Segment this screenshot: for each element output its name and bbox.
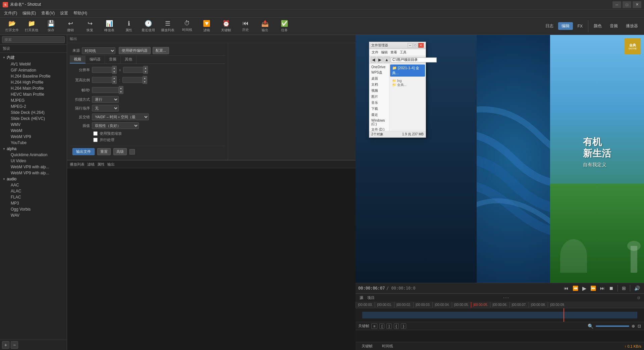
fps-down[interactable]: ▼ xyxy=(119,90,123,94)
panel-resize-handle[interactable]: ⊡ xyxy=(637,296,640,300)
fb-music[interactable]: 音乐 xyxy=(370,100,388,106)
output-file-button[interactable]: 输出文件 xyxy=(72,148,95,155)
item-webm[interactable]: WebM xyxy=(8,128,67,134)
tab-other[interactable]: 其他 xyxy=(121,56,137,63)
fb-up-btn[interactable]: ▲ xyxy=(383,57,390,63)
go-start-button[interactable]: ⏮ xyxy=(562,285,570,292)
loop-button[interactable]: ⏹ xyxy=(607,285,615,292)
res-w-up[interactable]: ▲ xyxy=(112,66,116,70)
interleave-select[interactable]: 无 xyxy=(92,105,119,112)
interpolation-select[interactable]: 双线性（良好） xyxy=(92,122,139,129)
item-alac[interactable]: ALAC xyxy=(8,188,67,194)
item-webm-vp9[interactable]: WebM VP9 xyxy=(8,134,67,140)
fb-back-btn[interactable]: ◀ xyxy=(371,57,376,63)
item-hevc-main[interactable]: HEVC Main Profile xyxy=(8,91,67,97)
res-h-up[interactable]: ▲ xyxy=(143,66,148,70)
tab-video[interactable]: 视频 xyxy=(70,56,86,63)
item-av1-webm[interactable]: AV1 WebM xyxy=(8,61,67,67)
resolution-w-input[interactable]: 2092 xyxy=(92,67,112,73)
filters-tab[interactable]: 滤镜 xyxy=(87,162,95,167)
item-aac[interactable]: AAC xyxy=(8,182,67,188)
item-wav[interactable]: WAV xyxy=(8,212,67,218)
asp-h-up[interactable]: ▲ xyxy=(143,76,147,80)
playlist-tab[interactable]: 播放列表 xyxy=(70,162,85,167)
parallel-checkbox[interactable] xyxy=(93,138,98,142)
history-button[interactable]: ⏮ 历史 xyxy=(236,18,255,34)
asp-h-down[interactable]: ▼ xyxy=(143,80,147,84)
play-button[interactable]: ▶ xyxy=(581,285,588,292)
peak-meter-button[interactable]: 📊 峰值表 xyxy=(100,18,119,34)
builtin-group[interactable]: ▼ 内建 xyxy=(0,54,67,61)
tasks-button[interactable]: ✅ 任务 xyxy=(275,18,294,34)
kf-next-btn[interactable]: } xyxy=(401,323,406,329)
source-select[interactable]: 时间线 xyxy=(82,47,115,54)
fb-menu-tools[interactable]: 工具 xyxy=(399,50,408,55)
log-button[interactable]: 日志 xyxy=(542,22,557,30)
properties-button[interactable]: ℹ 属性 xyxy=(119,18,138,34)
item-gif[interactable]: GIF Animation xyxy=(8,67,67,73)
track-clip[interactable] xyxy=(362,312,637,318)
fb-forward-btn[interactable]: ▶ xyxy=(377,57,383,63)
output-tab[interactable]: 输出 xyxy=(107,162,115,167)
fast-forward-button[interactable]: ⏩ xyxy=(589,285,597,292)
tab-audio[interactable]: 音频 xyxy=(105,56,121,63)
item-h264-baseline[interactable]: H.264 Baseline Profile xyxy=(8,73,67,79)
fb-docs[interactable]: 文档 xyxy=(370,82,388,88)
item-youtube[interactable]: YouTube xyxy=(8,140,67,146)
fb-winc[interactable]: Windows (C:) xyxy=(370,118,388,127)
item-ogg[interactable]: Ogg Vorbis xyxy=(8,206,67,212)
close-button[interactable]: ✕ xyxy=(633,1,641,8)
aspect-h-input[interactable]: 1230 xyxy=(122,77,143,83)
fb-maximize[interactable]: □ xyxy=(413,43,418,48)
menu-help[interactable]: 帮助(H) xyxy=(71,10,90,17)
config-button[interactable]: 配置... xyxy=(153,47,169,54)
alpha-group[interactable]: ▼ alpha xyxy=(0,146,67,152)
zoom-in-btn[interactable]: ⊕ xyxy=(631,323,635,329)
fb-menu-view[interactable]: 查看 xyxy=(389,50,398,55)
fit-btn[interactable]: ⊡ xyxy=(637,323,641,329)
filters-button[interactable]: 🔽 滤镜 xyxy=(197,18,216,34)
advanced-button[interactable]: 高级 xyxy=(113,148,127,155)
audio-group[interactable]: ▼ audio xyxy=(0,176,67,182)
go-end-button[interactable]: ⏭ xyxy=(599,285,606,292)
kf-prev-btn[interactable]: { xyxy=(394,323,399,329)
fb-data[interactable]: 文件 (D:) xyxy=(370,127,388,131)
audio-button[interactable]: 音频 xyxy=(606,22,621,30)
fb-menu-edit[interactable]: 编辑 xyxy=(380,50,389,55)
fb-close[interactable]: ✕ xyxy=(418,43,424,48)
item-flac[interactable]: FLAC xyxy=(8,194,67,200)
res-h-down[interactable]: ▼ xyxy=(143,70,148,74)
fb-videos[interactable]: 视频 xyxy=(370,88,388,94)
item-slide-hevc[interactable]: Slide Deck (HEVC) xyxy=(8,116,67,122)
menu-settings[interactable]: 设置 xyxy=(57,10,71,17)
item-webm-vp8-alpha[interactable]: WebM VP8 with alp... xyxy=(8,164,67,170)
fb-pics[interactable]: 图片 xyxy=(370,94,388,100)
fb-desktop[interactable]: 桌面 xyxy=(370,76,388,82)
asp-w-down[interactable]: ▼ xyxy=(112,80,116,84)
remove-preset-button[interactable]: − xyxy=(11,341,18,349)
item-ut-video[interactable]: Ut Video xyxy=(8,158,67,164)
fb-menu-file[interactable]: 文件 xyxy=(371,50,379,55)
open-other-button[interactable]: 📁 打开其他 xyxy=(22,18,41,34)
keyframes-button[interactable]: ⏰ 关键帧 xyxy=(217,18,235,34)
item-wmv[interactable]: WMV xyxy=(8,122,67,128)
search-input[interactable] xyxy=(2,36,65,43)
res-w-down[interactable]: ▼ xyxy=(112,70,116,74)
volume-button[interactable]: 🔊 xyxy=(633,285,641,292)
prev-frame-button[interactable]: ⏪ xyxy=(571,285,580,292)
asp-w-up[interactable]: ▲ xyxy=(112,76,116,80)
menu-edit[interactable]: 编辑(E) xyxy=(20,10,39,17)
minimize-button[interactable]: ─ xyxy=(612,1,621,8)
timeline-button[interactable]: ⏱ 时间线 xyxy=(178,18,197,34)
output-button[interactable]: 📤 输出 xyxy=(256,18,274,34)
redo-button[interactable]: ↪ 恢复 xyxy=(80,18,99,34)
item-qt-anim[interactable]: Quicktime Animation xyxy=(8,152,67,158)
preview-zoom-checkbox[interactable] xyxy=(93,131,98,136)
fx-button[interactable]: FX xyxy=(574,23,586,30)
timeline-bottom-tab[interactable]: 时间线 xyxy=(379,343,396,349)
item-h264-high[interactable]: H.264 High Profile xyxy=(8,79,67,85)
playlist-button[interactable]: ☰ 播放列表 xyxy=(158,18,177,34)
kf-in-btn[interactable]: [ xyxy=(379,323,384,329)
save-button[interactable]: 💾 保存 xyxy=(42,18,60,34)
reset-button[interactable]: 重置 xyxy=(97,148,111,155)
